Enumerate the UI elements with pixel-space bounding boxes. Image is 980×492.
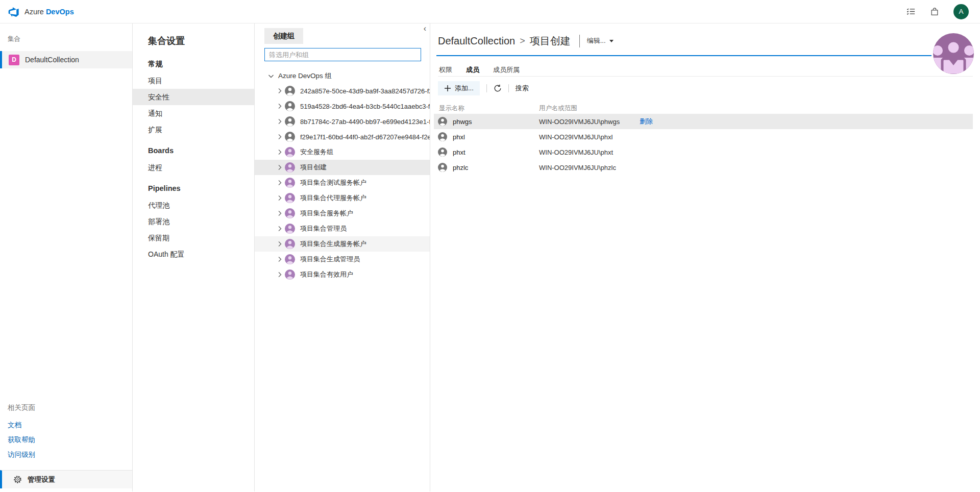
- tree-root-azure-devops-groups[interactable]: Azure DevOps 组: [255, 69, 430, 83]
- tree-item-label: 安全服务组: [300, 147, 333, 157]
- chevron-right-icon[interactable]: [276, 163, 285, 171]
- settings-nav-item[interactable]: 项目: [133, 72, 254, 89]
- chevron-right-icon[interactable]: [276, 209, 285, 217]
- top-bar: AzureDevOps A: [0, 0, 980, 23]
- table-row[interactable]: phwgsWIN-OO29IVMJ6JU\phwgs删除: [434, 114, 973, 129]
- header-accent-rule: [436, 55, 932, 56]
- member-scope: WIN-OO29IVMJ6JU\phxl: [539, 133, 640, 141]
- user-icon: [285, 86, 295, 96]
- settings-nav-item[interactable]: 安全性: [133, 89, 254, 105]
- user-icon: [438, 117, 447, 126]
- settings-nav-item[interactable]: 进程: [133, 159, 254, 176]
- marketplace-bag-icon[interactable]: [930, 7, 939, 16]
- add-member-label: 添加...: [455, 84, 474, 93]
- chevron-right-icon[interactable]: [276, 270, 285, 279]
- filter-users-groups-input[interactable]: [264, 48, 421, 61]
- sidebar-link[interactable]: 获取帮助: [8, 432, 132, 447]
- tree-item[interactable]: 8b71784c-27ab-4490-bb97-e699ed4123e1-f2: [255, 114, 430, 129]
- user-icon: [285, 116, 295, 127]
- settings-nav-item[interactable]: 扩展: [133, 121, 254, 138]
- user-icon: [438, 163, 447, 172]
- user-icon: [285, 132, 295, 142]
- chevron-right-icon[interactable]: [276, 133, 285, 141]
- tree-item-label: 项目创建: [300, 163, 327, 172]
- collections-sidebar: 集合 D DefaultCollection 相关页面 文档获取帮助访问级别 管…: [0, 23, 133, 491]
- tree-item-label: 项目集合管理员: [300, 224, 347, 233]
- chevron-right-icon[interactable]: [276, 179, 285, 187]
- tree-item-label: 项目集合服务帐户: [300, 209, 353, 218]
- chevron-down-icon: [267, 72, 275, 80]
- refresh-icon[interactable]: [494, 84, 502, 92]
- tree-item[interactable]: 项目集合有效用户: [255, 267, 430, 282]
- chevron-right-icon[interactable]: [276, 148, 285, 156]
- chevron-right-icon[interactable]: [276, 102, 285, 110]
- tab-member-of[interactable]: 成员所属: [493, 65, 520, 75]
- tree-item[interactable]: f29e17f1-60bd-44f0-ab2f-d67207ee9484-f2e: [255, 129, 430, 144]
- brand-text: AzureDevOps: [24, 8, 74, 16]
- delete-member-link[interactable]: 删除: [640, 117, 653, 125]
- brand-azure: Azure: [24, 8, 44, 16]
- table-row[interactable]: phxtWIN-OO29IVMJ6JU\phxt: [434, 144, 973, 160]
- tree-item[interactable]: 项目集合服务帐户: [255, 206, 430, 221]
- gear-icon: [13, 475, 22, 484]
- user-icon: [438, 132, 447, 141]
- members-table-header: 显示名称用户名或范围: [438, 103, 973, 114]
- tree-item-label: 项目集合生成管理员: [300, 255, 360, 264]
- add-member-button[interactable]: 添加...: [438, 81, 480, 95]
- settings-nav-item[interactable]: 代理池: [133, 197, 254, 213]
- member-scope: WIN-OO29IVMJ6JU\phzlc: [539, 164, 640, 171]
- table-row[interactable]: phxlWIN-OO29IVMJ6JU\phxl: [434, 129, 973, 144]
- user-avatar[interactable]: A: [953, 4, 969, 19]
- tree-item[interactable]: 项目集合测试服务帐户: [255, 175, 430, 190]
- sidebar-link[interactable]: 访问级别: [8, 447, 132, 462]
- settings-nav-item[interactable]: 保留期: [133, 230, 254, 246]
- chevron-right-icon[interactable]: [276, 240, 285, 248]
- create-group-button[interactable]: 创建组: [264, 28, 303, 44]
- tab-permissions[interactable]: 权限: [439, 65, 452, 75]
- tab-members[interactable]: 成员: [466, 65, 479, 75]
- group-icon: [285, 178, 295, 188]
- breadcrumb-separator: >: [520, 36, 525, 46]
- tree-item[interactable]: 项目集合生成管理员: [255, 252, 430, 267]
- chevron-right-icon[interactable]: [276, 117, 285, 126]
- toolbar-divider: [486, 84, 487, 92]
- settings-nav-item[interactable]: 通知: [133, 105, 254, 121]
- admin-settings-button[interactable]: 管理设置: [0, 470, 132, 488]
- settings-nav-item[interactable]: OAuth 配置: [133, 246, 254, 262]
- azure-devops-logo-icon: [8, 6, 19, 17]
- task-list-icon[interactable]: [906, 7, 916, 16]
- members-table: 显示名称用户名或范围 phwgsWIN-OO29IVMJ6JU\phwgs删除p…: [438, 103, 973, 175]
- tree-root-label: Azure DevOps 组: [278, 71, 332, 81]
- search-members-button[interactable]: 搜索: [516, 84, 529, 93]
- chevron-right-icon[interactable]: [276, 255, 285, 263]
- tree-item[interactable]: 项目创建: [255, 160, 430, 175]
- tree-item[interactable]: 安全服务组: [255, 144, 430, 160]
- members-toolbar: 添加... 搜索: [438, 80, 980, 96]
- chevron-right-icon[interactable]: [276, 225, 285, 233]
- chevron-right-icon[interactable]: [276, 194, 285, 202]
- table-row[interactable]: phzlcWIN-OO29IVMJ6JU\phzlc: [434, 160, 973, 175]
- admin-settings-label: 管理设置: [28, 475, 55, 484]
- tree-item[interactable]: 242a857e-50ce-43d9-ba9f-3aa82457d726-f2e: [255, 83, 430, 99]
- sidebar-item-default-collection[interactable]: D DefaultCollection: [0, 51, 132, 68]
- tree-item[interactable]: 项目集合生成服务帐户: [255, 236, 430, 252]
- groups-panel: ‹ 创建组 Azure DevOps 组 242a857e-50ce-43d9-…: [255, 23, 430, 491]
- breadcrumb-collection[interactable]: DefaultCollection: [438, 35, 515, 47]
- settings-nav-item[interactable]: 部署池: [133, 213, 254, 230]
- tree-item[interactable]: 项目集合代理服务帐户: [255, 190, 430, 206]
- tree-item-label: 8b71784c-27ab-4490-bb97-e699ed4123e1-f2: [300, 118, 430, 126]
- group-icon: [285, 208, 295, 218]
- chevron-right-icon[interactable]: [276, 87, 285, 95]
- tree-item[interactable]: 519a4528-2bd6-4ea4-b3cb-5440c1aaebc3-f2: [255, 99, 430, 114]
- tree-item-label: 项目集合有效用户: [300, 270, 353, 279]
- edit-menu-label: 编辑...: [587, 36, 606, 45]
- breadcrumb-divider: [579, 35, 580, 47]
- collection-avatar: D: [9, 55, 19, 65]
- group-avatar[interactable]: [933, 33, 974, 74]
- group-icon: [285, 269, 295, 280]
- collapse-panel-icon[interactable]: ‹: [424, 24, 426, 33]
- sidebar-link[interactable]: 文档: [8, 417, 132, 432]
- edit-menu-button[interactable]: 编辑...: [587, 36, 614, 45]
- azure-devops-home-button[interactable]: AzureDevOps: [8, 6, 74, 17]
- tree-item[interactable]: 项目集合管理员: [255, 221, 430, 236]
